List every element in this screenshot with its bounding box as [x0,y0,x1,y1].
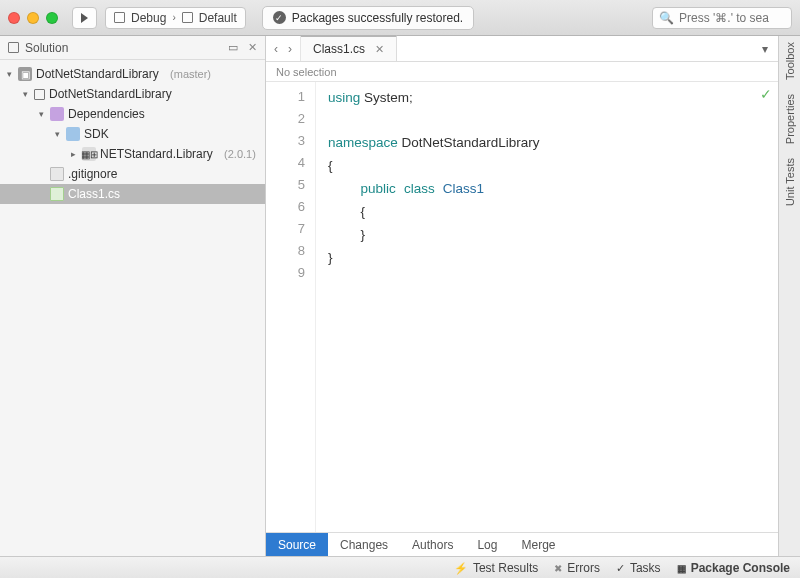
package-label: NETStandard.Library [100,147,213,161]
solution-tree: ▾ ▣ DotNetStandardLibrary (master) ▾ Dot… [0,60,265,208]
line-number: 1 [266,86,305,108]
solution-node[interactable]: ▾ ▣ DotNetStandardLibrary (master) [0,64,265,84]
tab-changes[interactable]: Changes [328,533,400,556]
solution-icon: ▣ [18,67,32,81]
label: Package Console [691,561,790,575]
target-label: Default [199,11,237,25]
rail-label: Properties [784,94,796,144]
package-icon: ⊞ [82,147,96,161]
label: Test Results [473,561,538,575]
package-node[interactable]: ▸ ⊞ NETStandard.Library (2.0.1) [0,144,265,164]
pad-close-button[interactable]: ✕ [248,41,257,54]
target-icon [182,12,193,23]
rail-unit-tests[interactable]: Unit Tests [784,158,796,206]
status-errors[interactable]: Errors [554,561,600,575]
run-button[interactable] [72,7,97,29]
global-search[interactable]: 🔍 [652,7,792,29]
folder-icon [66,127,80,141]
gitignore-label: .gitignore [68,167,117,181]
tab-source[interactable]: Source [266,533,328,556]
minimize-window-button[interactable] [27,12,39,24]
check-icon [616,561,625,575]
gitignore-node[interactable]: .gitignore [0,164,265,184]
solution-pad: Solution ▭ ✕ ▾ ▣ DotNetStandardLibrary (… [0,36,266,556]
status-bar: Test Results Errors Tasks Package Consol… [0,556,800,578]
error-icon [554,561,562,575]
brace: } [361,227,366,242]
close-window-button[interactable] [8,12,20,24]
package-version: (2.0.1) [224,148,256,160]
breadcrumb-text: No selection [276,66,337,78]
disclosure-triangle-icon[interactable]: ▸ [68,149,78,159]
disclosure-triangle-icon[interactable]: ▾ [52,129,62,139]
line-number: 2 [266,108,305,130]
line-gutter: 1 2 3 4 5 6 7 8 9 [266,82,316,532]
tab-close-button[interactable]: ✕ [375,43,384,56]
rail-toolbox[interactable]: Toolbox [784,42,796,80]
line-number: 6 [266,196,305,218]
solution-pad-header: Solution ▭ ✕ [0,36,265,60]
line-number: 7 [266,218,305,240]
editor-tab-menu-button[interactable]: ▾ [752,36,778,61]
disclosure-triangle-icon[interactable]: ▾ [4,69,14,79]
code-editor[interactable]: ✓ 1 2 3 4 5 6 7 8 9 using System; namesp… [266,82,778,532]
tab-title: Class1.cs [313,42,365,56]
project-node[interactable]: ▾ DotNetStandardLibrary [0,84,265,104]
nav-forward-button[interactable]: › [288,42,292,56]
right-rail: Toolbox Properties Unit Tests [778,36,800,556]
line-number: 4 [266,152,305,174]
line-number: 3 [266,130,305,152]
play-icon [81,13,88,23]
source-view-tabs: Source Changes Authors Log Merge [266,532,778,556]
search-input[interactable] [679,11,785,25]
window-controls [8,12,58,24]
editor-tabstrip: ‹ › Class1.cs ✕ ▾ [266,36,778,62]
tab-merge[interactable]: Merge [509,533,567,556]
sdk-node[interactable]: ▾ SDK [0,124,265,144]
disclosure-triangle-icon[interactable]: ▾ [20,89,30,99]
titlebar: Debug › Default ✓ Packages successfully … [0,0,800,36]
solution-label: DotNetStandardLibrary [36,67,159,81]
rail-label: Unit Tests [784,158,796,206]
main-area: Solution ▭ ✕ ▾ ▣ DotNetStandardLibrary (… [0,36,800,556]
editor-area: ‹ › Class1.cs ✕ ▾ No selection ✓ 1 2 3 4… [266,36,778,556]
line-number: 9 [266,262,305,284]
status-tasks[interactable]: Tasks [616,561,661,575]
success-icon: ✓ [273,11,286,24]
rail-properties[interactable]: Properties [784,94,796,144]
editor-tab-class1[interactable]: Class1.cs ✕ [301,35,397,61]
dependencies-node[interactable]: ▾ Dependencies [0,104,265,124]
project-label: DotNetStandardLibrary [49,87,172,101]
txt: System; [360,90,413,105]
kw-using: using [328,90,360,105]
search-icon: 🔍 [659,11,674,25]
tab-authors[interactable]: Authors [400,533,465,556]
pad-options-button[interactable]: ▭ [228,41,238,54]
brace: { [328,158,333,173]
disclosure-triangle-icon[interactable]: ▾ [36,109,46,119]
folder-icon [50,107,64,121]
status-text: Packages successfully restored. [292,11,463,25]
brace: { [361,204,366,219]
status-package-console[interactable]: Package Console [677,561,790,575]
label: Errors [567,561,600,575]
project-icon [34,89,45,100]
zoom-window-button[interactable] [46,12,58,24]
nav-back-button[interactable]: ‹ [274,42,278,56]
sdk-label: SDK [84,127,109,141]
class1-label: Class1.cs [68,187,120,201]
class-name: Class1 [443,181,484,196]
status-test-results[interactable]: Test Results [454,561,538,575]
bolt-icon [454,561,468,575]
chevron-right-icon: › [172,12,175,23]
breadcrumb-bar[interactable]: No selection [266,62,778,82]
rail-label: Toolbox [784,42,796,80]
tab-log[interactable]: Log [465,533,509,556]
code-content[interactable]: using System; namespace DotNetStandardLi… [316,82,778,532]
csharp-file-icon [50,187,64,201]
kw-class: class [404,181,435,196]
kw-public: public [361,181,396,196]
configuration-selector[interactable]: Debug › Default [105,7,246,29]
class1-node[interactable]: Class1.cs [0,184,265,204]
package-icon [677,561,686,575]
